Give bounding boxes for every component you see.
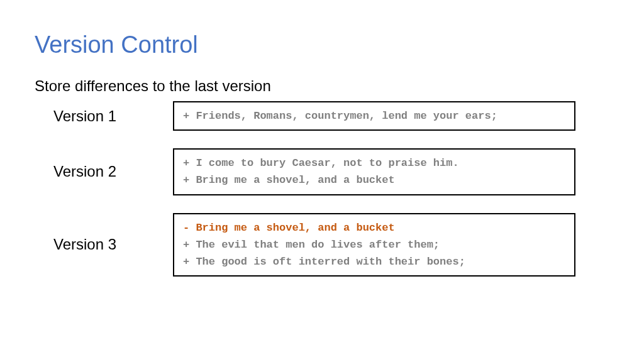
version-label-1: Version 1: [53, 107, 173, 125]
version-row-3: Version 3 - Bring me a shovel, and a buc…: [35, 213, 609, 277]
diff-box-3: - Bring me a shovel, and a bucket + The …: [173, 213, 575, 277]
diff-line-removed: - Bring me a shovel, and a bucket: [183, 219, 565, 236]
diff-line: + I come to bury Caesar, not to praise h…: [183, 155, 565, 172]
version-label-3: Version 3: [53, 236, 173, 253]
diff-line: + Friends, Romans, countrymen, lend me y…: [183, 107, 565, 124]
diff-box-1: + Friends, Romans, countrymen, lend me y…: [173, 101, 575, 131]
slide-title: Version Control: [35, 31, 609, 58]
diff-box-2: + I come to bury Caesar, not to praise h…: [173, 148, 575, 195]
slide: Version Control Store differences to the…: [0, 0, 644, 362]
diff-line: + The evil that men do lives after them;: [183, 236, 565, 253]
version-row-1: Version 1 + Friends, Romans, countrymen,…: [35, 101, 609, 131]
version-row-2: Version 2 + I come to bury Caesar, not t…: [35, 148, 609, 195]
diff-line: + The good is oft interred with their bo…: [183, 253, 565, 270]
version-label-2: Version 2: [53, 163, 173, 180]
diff-line: + Bring me a shovel, and a bucket: [183, 172, 565, 189]
slide-subtitle: Store differences to the last version: [35, 77, 609, 95]
